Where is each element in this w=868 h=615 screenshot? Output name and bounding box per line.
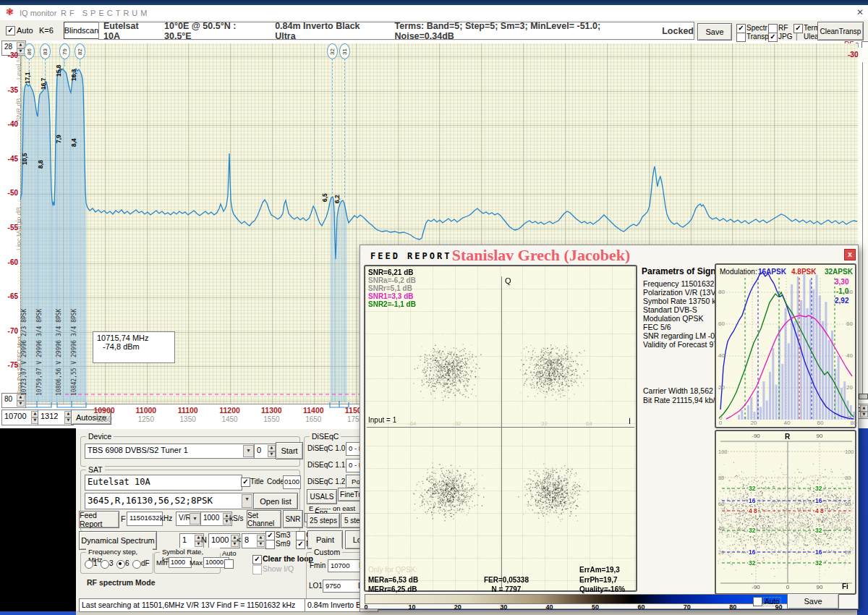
blindscan-button[interactable]: Blindscan <box>64 22 99 39</box>
code-label: Code <box>267 478 284 485</box>
spin-down-icon: ▼ <box>257 541 265 548</box>
code-field[interactable]: 0100 <box>283 475 301 489</box>
x-axis-if-label: 1350 <box>174 415 203 423</box>
spin-down-icon: ▼ <box>268 451 276 458</box>
y-axis-label: -30 <box>1 51 18 59</box>
auto-checkbox[interactable] <box>6 26 15 35</box>
transponder-select[interactable]: 3645,R,16130,56,S2;8PSK <box>85 493 254 509</box>
density-line-label: 32 <box>814 485 822 492</box>
density-ytick-left: 60 <box>718 501 724 507</box>
sr-min-field[interactable]: 1000 <box>169 557 192 568</box>
set-channel-button[interactable]: Set Channel <box>247 510 281 528</box>
info-locked: Locked <box>662 26 694 36</box>
carrier-snr-value: 15,8 <box>55 64 62 77</box>
tuner-select[interactable]: TBS 6908 DVBS/S2 Tuner 1 <box>85 444 255 459</box>
carrier-leader-line <box>80 59 80 67</box>
info-sat: Eutelsat 10A <box>103 22 154 40</box>
y-axis-label: -40 <box>1 120 18 128</box>
dyn-n1-spinner[interactable]: 1 ▲▼ <box>179 533 204 548</box>
density-ytick-right: 20 <box>845 549 851 556</box>
usals-button[interactable]: USALS <box>307 489 337 504</box>
carrier-margin-value: 8,8 <box>37 160 44 169</box>
step1-radio[interactable] <box>85 560 93 569</box>
y-axis-label: -75 <box>1 361 18 369</box>
constellation-panel: Q I Input = 1 SNR=6,21 dBSNRa=-6,2 dBSNR… <box>364 265 637 592</box>
cleantransp-button[interactable]: CleanTransp <box>817 22 864 41</box>
feed-report-button[interactable]: Feed Report <box>79 511 119 528</box>
x-axis-mhz-label: 11100 <box>174 406 203 415</box>
sat-name-field[interactable]: Eutelsat 10A <box>85 475 242 491</box>
start-button[interactable]: Start <box>276 442 303 459</box>
step3-radio[interactable] <box>101 560 109 569</box>
legend-16apsk: 16APSK <box>758 268 786 276</box>
y-axis-label: -65 <box>1 292 18 300</box>
diseqc10-label: DiSEqC 1.0 <box>307 444 345 452</box>
density-bot-center: 0 <box>780 584 795 590</box>
hist-ytick-right: 80 <box>846 289 853 295</box>
scale-tick-label: 80 <box>727 603 739 611</box>
steps25-button[interactable]: 25 steps <box>307 513 340 528</box>
step6-radio[interactable] <box>116 560 125 569</box>
tooltip-freq: 10715,74 MHz <box>97 334 171 342</box>
feed-auto-label: Auto <box>763 597 781 606</box>
density-line-label: 32 <box>748 559 756 567</box>
show-iq-checkbox[interactable] <box>252 565 262 574</box>
clear-loop-checkbox[interactable] <box>252 555 262 564</box>
feed-close-button[interactable]: x <box>844 249 856 260</box>
title-checkbox[interactable] <box>241 478 250 487</box>
noise-checkbox[interactable] <box>296 540 305 549</box>
dyn-n3-spinner[interactable]: 8 ▲▼ <box>242 533 266 548</box>
polarity-select[interactable]: V/R <box>176 512 202 526</box>
terms-checkbox[interactable] <box>793 24 803 33</box>
step6-label: 6 <box>125 559 129 567</box>
dyn-n2-spinner[interactable]: 1000 ▲▼ <box>208 533 240 548</box>
carrier-info-label: 10759,07 V 29996 3/4 8PSK <box>36 309 43 396</box>
status-left-field: Last searching at 11501,6MHz V/R 13V Fin… <box>79 598 307 612</box>
start-freq-spinner[interactable]: 10700 ▲▼ <box>1 410 41 425</box>
sr-spinner[interactable]: 1000 ▲▼ <box>200 512 232 526</box>
dyn-n-label: N <box>201 535 207 544</box>
frequency-field[interactable]: 11501632 <box>127 512 163 526</box>
marked-quality-badge: 31 <box>339 43 350 59</box>
tooltip-level: -74,8 dBm <box>103 342 171 351</box>
carrier-margin-value: 7,9 <box>55 135 62 143</box>
constellation-axis-tick: 32 <box>541 420 548 427</box>
legend-48psk: 4.8PSK <box>791 268 816 276</box>
carrier-info-label: 10723,07 V 29996 2/3 8PSK <box>21 309 27 396</box>
scale-tick-label: 40 <box>544 603 556 611</box>
hist-ytick-right: 20 <box>846 384 853 391</box>
span-spinner[interactable]: 1312 ▲▼ <box>38 410 74 425</box>
app-icon: ❃ <box>6 7 14 17</box>
close-icon[interactable]: ✕ <box>856 7 864 17</box>
open-list-button[interactable]: Open list <box>253 493 298 509</box>
snr-button[interactable]: SNR <box>283 510 303 528</box>
carrier-quality-badge: 86 <box>24 43 35 59</box>
stepdf-radio[interactable] <box>132 560 141 569</box>
tuner-index-spinner[interactable]: 0 ▲▼ <box>254 444 277 459</box>
sr-auto-checkbox[interactable] <box>224 559 234 569</box>
save-spectrum-button[interactable]: Save <box>697 23 732 41</box>
hist-xtick: 20 <box>748 420 760 426</box>
fer-value: FER=0,05338 <box>474 576 539 584</box>
y-axis-label: -45 <box>1 155 18 163</box>
hist-xtick: 80 <box>848 420 859 426</box>
param-line: Standart DVB-S <box>643 305 697 314</box>
black-panel <box>0 428 76 611</box>
snr-readout-line: SNRa=-6,2 dB <box>368 276 416 284</box>
feed-save-button[interactable]: Save <box>787 593 839 609</box>
carrier-info-label: 10842,55 V 29996 3/4 8PSK <box>71 309 77 396</box>
density-line-label: 16 <box>748 497 756 504</box>
value-magenta: 3,30 <box>835 278 848 286</box>
sm9-checkbox[interactable] <box>265 540 275 549</box>
paint-button[interactable]: Paint <box>307 530 343 549</box>
feed-auto-checkbox[interactable] <box>753 597 762 606</box>
density-line-label: 16 <box>748 548 756 556</box>
snr-readout-line: SNR1=3,3 dB <box>368 292 414 300</box>
window-top-strip <box>0 0 868 5</box>
sm3-label: Sm3 <box>276 531 291 539</box>
q-axis <box>501 276 502 588</box>
hist-xtick: 60 <box>814 420 826 426</box>
density-bot-right: 90 <box>812 584 827 590</box>
lo1-field[interactable]: 9750 <box>323 580 360 593</box>
fmin-field[interactable]: 10700 <box>328 559 361 572</box>
